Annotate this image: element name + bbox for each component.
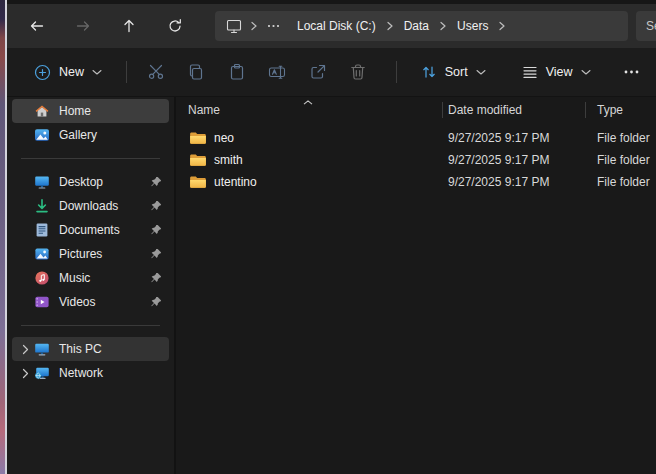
forward-button[interactable] (67, 10, 99, 42)
sidebar-item-this-pc[interactable]: This PC (12, 337, 169, 361)
rename-icon (268, 63, 286, 81)
file-date-modified: 9/27/2025 9:17 PM (442, 153, 585, 167)
up-button[interactable] (113, 10, 145, 42)
breadcrumb-chevron-icon (438, 21, 448, 31)
monitor-icon (226, 18, 242, 34)
sort-button-label: Sort (445, 65, 468, 79)
sort-button[interactable]: Sort (410, 57, 497, 87)
folder-icon (189, 175, 207, 189)
network-icon (33, 365, 50, 382)
file-date-modified: 9/27/2025 9:17 PM (442, 175, 585, 189)
sidebar-item-pictures[interactable]: Pictures (12, 242, 169, 266)
this-pc-crumb-icon[interactable] (219, 18, 249, 34)
pictures-icon (33, 246, 50, 263)
sidebar-item-downloads[interactable]: Downloads (12, 194, 169, 218)
sidebar-item-home[interactable]: Home (12, 99, 169, 123)
back-arrow-icon (29, 18, 45, 34)
column-header-label: Name (188, 103, 220, 117)
view-button[interactable]: View (511, 57, 602, 87)
rename-button[interactable] (261, 55, 293, 89)
address-bar[interactable]: Local Disk (C:) Data Users (215, 11, 628, 41)
sidebar-divider (21, 325, 160, 326)
sidebar-item-label: Home (59, 104, 91, 118)
expand-chevron-icon[interactable] (18, 344, 33, 355)
file-name: neo (214, 131, 234, 145)
file-list-pane: Name Date modified Type (176, 97, 656, 474)
ellipsis-icon (624, 70, 639, 74)
delete-button[interactable] (342, 55, 374, 89)
search-text: Se (646, 19, 656, 33)
breadcrumb-item-data[interactable]: Data (395, 19, 438, 33)
sidebar-item-label: Documents (59, 223, 120, 237)
breadcrumb-chevron-icon (249, 21, 259, 31)
sidebar-item-music[interactable]: Music (12, 266, 169, 290)
file-type: File folder (585, 175, 656, 189)
breadcrumb-item-users[interactable]: Users (448, 19, 497, 33)
this-pc-icon (33, 341, 50, 358)
share-button[interactable] (302, 55, 334, 89)
downloads-icon (33, 198, 50, 215)
toolbar-separator (396, 61, 397, 83)
pin-icon (150, 272, 162, 284)
cut-icon (147, 63, 165, 81)
navigation-pane: Home Gallery Desktop (7, 97, 174, 474)
copy-button[interactable] (180, 55, 212, 89)
column-headers: Name Date modified Type (176, 97, 656, 123)
pin-icon (150, 200, 162, 212)
column-header-label: Date modified (448, 103, 522, 117)
pin-icon (150, 248, 162, 260)
breadcrumb-overflow-button[interactable] (259, 24, 288, 28)
back-button[interactable] (21, 10, 53, 42)
pin-icon (150, 176, 162, 188)
home-icon (33, 103, 50, 120)
music-icon (33, 270, 50, 287)
window-content: Home Gallery Desktop (7, 97, 656, 474)
column-header-label: Type (597, 103, 623, 117)
breadcrumb-chevron-icon (497, 21, 507, 31)
search-input[interactable]: Se (636, 11, 656, 41)
sidebar-item-documents[interactable]: Documents (12, 218, 169, 242)
folder-icon (189, 153, 207, 167)
sidebar-item-videos[interactable]: Videos (12, 290, 169, 314)
expand-chevron-icon[interactable] (18, 368, 33, 379)
file-explorer-window: Local Disk (C:) Data Users Se (7, 0, 656, 474)
share-icon (309, 63, 327, 81)
sidebar-item-label: Pictures (59, 247, 102, 261)
toolbar-separator (126, 61, 127, 83)
up-arrow-icon (121, 18, 137, 34)
sort-ascending-caret-icon (303, 100, 313, 105)
ellipsis-icon (267, 24, 280, 28)
column-header-type[interactable]: Type (585, 97, 656, 123)
breadcrumb-chevron-icon (385, 21, 395, 31)
column-header-date-modified[interactable]: Date modified (442, 97, 585, 123)
breadcrumb-item-local-disk[interactable]: Local Disk (C:) (288, 19, 385, 33)
file-name: smith (214, 153, 243, 167)
pin-icon (150, 224, 162, 236)
plus-circle-icon (34, 64, 51, 81)
trash-icon (349, 63, 367, 81)
refresh-button[interactable] (159, 10, 191, 42)
sidebar-item-label: This PC (59, 342, 102, 356)
copy-icon (187, 63, 205, 81)
sidebar-item-network[interactable]: Network (12, 361, 169, 385)
sidebar-item-label: Music (59, 271, 90, 285)
file-row-smith[interactable]: smith 9/27/2025 9:17 PM File folder (176, 149, 656, 171)
sidebar-item-label: Desktop (59, 175, 103, 189)
sidebar-item-gallery[interactable]: Gallery (12, 123, 169, 147)
paste-icon (228, 63, 246, 81)
desktop-icon (33, 174, 50, 191)
sidebar-item-label: Videos (59, 295, 95, 309)
view-button-label: View (546, 65, 573, 79)
file-row-neo[interactable]: neo 9/27/2025 9:17 PM File folder (176, 127, 656, 149)
more-options-button[interactable] (616, 55, 648, 89)
file-rows: neo 9/27/2025 9:17 PM File folder smith … (176, 123, 656, 193)
sidebar-item-desktop[interactable]: Desktop (12, 170, 169, 194)
navigation-bar: Local Disk (C:) Data Users Se (7, 4, 656, 48)
file-row-utentino[interactable]: utentino 9/27/2025 9:17 PM File folder (176, 171, 656, 193)
paste-button[interactable] (221, 55, 253, 89)
cut-button[interactable] (140, 55, 172, 89)
new-button[interactable]: New (23, 57, 113, 88)
refresh-icon (167, 18, 183, 34)
file-name: utentino (214, 175, 257, 189)
command-toolbar: New S (7, 48, 656, 97)
